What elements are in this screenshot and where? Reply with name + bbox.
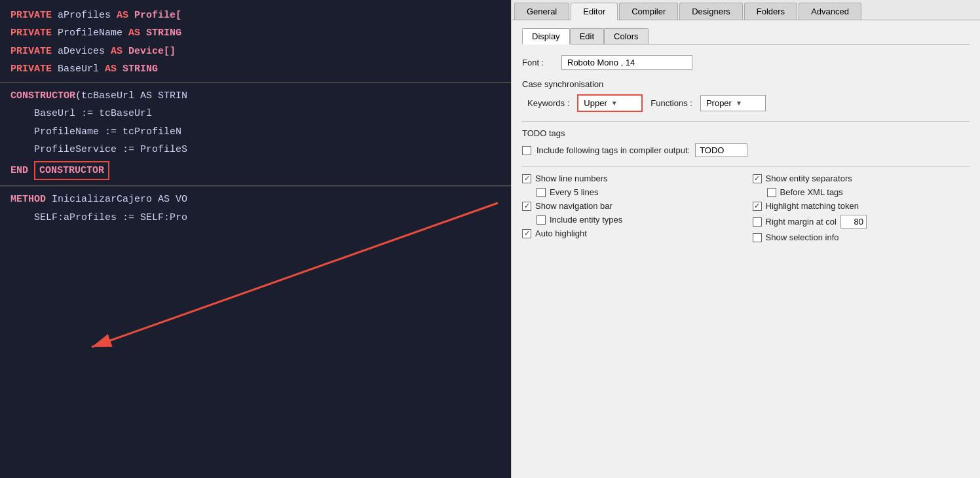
margin-col-input[interactable] <box>840 215 867 229</box>
code-line-3: PRIVATE aDevices AS Device[] <box>0 43 511 60</box>
tab-compiler[interactable]: Compiler <box>619 3 678 20</box>
code-line-assign3: ProfileService := ProfileS <box>0 141 511 158</box>
checkbox-right-margin[interactable] <box>753 217 762 227</box>
options-grid: Show line numbers Every 5 lines Show nav… <box>522 174 970 246</box>
code-line-method: METHOD InicializarCajero AS VO <box>0 191 511 208</box>
tab-designers[interactable]: Designers <box>679 3 743 20</box>
todo-label: TODO tags <box>522 128 970 138</box>
todo-input[interactable] <box>695 143 747 157</box>
code-line-assign2: ProfileName := tcProfileN <box>0 123 511 141</box>
label-show-line-numbers: Show line numbers <box>535 174 608 183</box>
keywords-dropdown[interactable]: Upper ▼ <box>577 94 643 112</box>
option-highlight-matching: Highlight matching token <box>753 201 970 211</box>
option-before-xml-tags: Before XML tags <box>753 187 970 197</box>
sub-tab-display[interactable]: Display <box>522 28 570 45</box>
checkbox-include-entity-types[interactable] <box>537 215 546 225</box>
checkbox-auto-highlight[interactable] <box>522 229 531 238</box>
options-section: Show line numbers Every 5 lines Show nav… <box>522 174 970 246</box>
code-line-2: PRIVATE ProfileName AS STRING <box>0 24 511 42</box>
sub-tab-edit[interactable]: Edit <box>570 28 604 44</box>
case-sync-section: Case synchronisation Keywords : Upper ▼ … <box>522 79 970 112</box>
code-line-constructor: CONSTRUCTOR(tcBaseUrl AS STRIN <box>0 87 511 105</box>
label-auto-highlight: Auto highlight <box>535 229 587 238</box>
functions-chevron-icon: ▼ <box>736 100 742 107</box>
option-auto-highlight: Auto highlight <box>522 229 740 238</box>
settings-panel: General Editor Compiler Designers Folder… <box>511 0 980 478</box>
tab-editor[interactable]: Editor <box>571 3 618 20</box>
divider-2 <box>522 166 970 167</box>
tab-advanced[interactable]: Advanced <box>799 3 861 20</box>
option-show-line-numbers: Show line numbers <box>522 174 740 183</box>
functions-value: Proper <box>706 98 732 108</box>
label-every-5-lines: Every 5 lines <box>550 187 598 197</box>
checkbox-show-entity-sep[interactable] <box>753 174 762 183</box>
tab-general[interactable]: General <box>514 3 569 20</box>
option-show-selection-info: Show selection info <box>753 232 970 242</box>
font-row: Font : <box>522 55 970 70</box>
option-right-margin: Right margin at col <box>753 215 970 229</box>
code-panel: PRIVATE aProfiles AS Profile[ PRIVATE Pr… <box>0 0 511 478</box>
code-line-end: END CONSTRUCTOR <box>0 158 511 181</box>
code-line-self: SELF:aProfiles := SELF:Pro <box>0 209 511 227</box>
checkbox-show-line-numbers[interactable] <box>522 174 531 183</box>
label-highlight-matching: Highlight matching token <box>766 201 859 211</box>
label-show-nav-bar: Show navigation bar <box>535 201 612 211</box>
sub-tab-colors[interactable]: Colors <box>604 28 649 44</box>
code-line-1: PRIVATE aProfiles AS Profile[ <box>0 7 511 24</box>
font-input[interactable] <box>561 55 692 70</box>
todo-checkbox-label: Include following tags in compiler outpu… <box>537 145 690 155</box>
todo-checkbox[interactable] <box>522 146 531 155</box>
functions-label: Functions : <box>650 98 692 108</box>
keywords-value: Upper <box>584 98 607 108</box>
todo-row: Include following tags in compiler outpu… <box>522 143 970 157</box>
label-show-selection-info: Show selection info <box>766 232 839 242</box>
keywords-label: Keywords : <box>527 98 569 108</box>
tab-folders[interactable]: Folders <box>744 3 797 20</box>
todo-section: TODO tags Include following tags in comp… <box>522 128 970 157</box>
label-before-xml-tags: Before XML tags <box>780 187 843 197</box>
keywords-chevron-icon: ▼ <box>611 100 618 107</box>
option-include-entity-types: Include entity types <box>522 215 740 225</box>
label-include-entity-types: Include entity types <box>550 215 622 225</box>
option-show-nav-bar: Show navigation bar <box>522 201 740 211</box>
font-label: Font : <box>522 58 561 67</box>
checkbox-show-nav-bar[interactable] <box>522 202 531 211</box>
checkbox-highlight-matching[interactable] <box>753 202 762 211</box>
code-line-assign1: BaseUrl := tcBaseUrl <box>0 105 511 122</box>
divider-1 <box>522 121 970 122</box>
label-show-entity-sep: Show entity separators <box>766 174 852 183</box>
tab-bar: General Editor Compiler Designers Folder… <box>512 0 980 20</box>
constructor-highlight-box: CONSTRUCTOR <box>34 161 109 180</box>
functions-dropdown[interactable]: Proper ▼ <box>700 95 766 111</box>
option-every-5-lines: Every 5 lines <box>522 187 740 197</box>
settings-content: Display Edit Colors Font : Case synchron… <box>512 20 980 478</box>
code-line-4: PRIVATE BaseUrl AS STRING <box>0 60 511 78</box>
case-sync-row: Keywords : Upper ▼ Functions : Proper ▼ <box>522 94 970 112</box>
label-right-margin: Right margin at col <box>766 217 837 227</box>
checkbox-show-selection-info[interactable] <box>753 233 762 242</box>
checkbox-before-xml-tags[interactable] <box>767 188 776 197</box>
sub-tab-bar: Display Edit Colors <box>522 28 970 45</box>
option-show-entity-sep: Show entity separators <box>753 174 970 183</box>
case-sync-label: Case synchronisation <box>522 79 970 89</box>
checkbox-every-5-lines[interactable] <box>537 188 546 197</box>
